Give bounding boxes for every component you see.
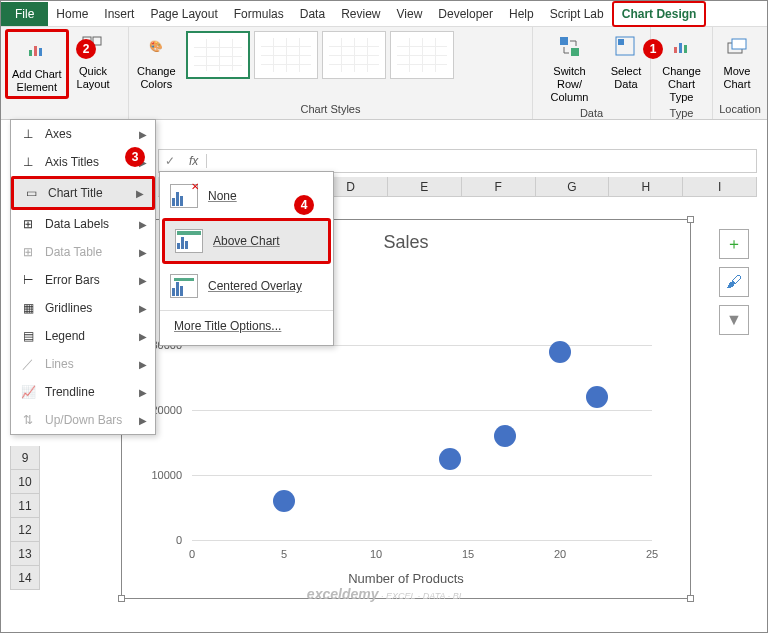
tab-home[interactable]: Home [48,3,96,25]
chart-filters-button[interactable]: ▼ [719,305,749,335]
legend-icon: ▤ [19,328,37,344]
col-h[interactable]: H [609,177,683,196]
data-point[interactable] [586,386,608,408]
svg-rect-0 [29,50,32,56]
tab-chart-design[interactable]: Chart Design [612,1,707,27]
tab-developer[interactable]: Developer [430,3,501,25]
chevron-right-icon: ▶ [139,129,147,140]
menu-axes[interactable]: ⊥Axes▶ [11,120,155,148]
x-tick-label: 10 [370,548,382,560]
row-13[interactable]: 13 [10,542,40,566]
row-9[interactable]: 9 [10,446,40,470]
tab-view[interactable]: View [389,3,431,25]
x-tick-label: 20 [554,548,566,560]
fx-icon[interactable]: fx [181,154,207,168]
data-point[interactable] [273,490,295,512]
change-chart-type-button[interactable]: Change Chart Type [655,29,708,107]
chart-style-3[interactable] [322,31,386,79]
data-table-icon: ⊞ [19,244,37,260]
submenu-more-options[interactable]: More Title Options... [160,310,333,341]
funnel-icon: ▼ [726,311,742,329]
centered-overlay-icon [170,274,198,298]
palette-icon: 🎨 [140,31,172,63]
move-chart-icon [721,31,753,63]
submenu-above-chart[interactable]: Above Chart [162,218,331,264]
callout-badge-1: 1 [643,39,663,59]
col-f[interactable]: F [462,177,536,196]
svg-rect-9 [618,39,624,45]
select-data-icon [610,31,642,63]
menu-gridlines[interactable]: ▦Gridlines▶ [11,294,155,322]
chart-elements-button[interactable]: ＋ [719,229,749,259]
change-chart-type-icon [666,31,698,63]
col-i[interactable]: I [683,177,757,196]
col-g[interactable]: G [536,177,610,196]
svg-rect-11 [679,43,682,53]
change-colors-button[interactable]: 🎨 Change Colors [133,29,180,93]
y-tick-label: 0 [176,534,182,546]
chart-style-1[interactable] [186,31,250,79]
x-tick-label: 25 [646,548,658,560]
change-chart-type-label: Change Chart Type [659,65,704,105]
svg-rect-6 [560,37,568,45]
tab-script-lab[interactable]: Script Lab [542,3,612,25]
tab-file[interactable]: File [1,2,48,26]
menu-trendline[interactable]: 📈Trendline▶ [11,378,155,406]
move-chart-button[interactable]: Move Chart [717,29,757,93]
switch-label: Switch Row/ Column [541,65,598,105]
chart-handle[interactable] [118,595,125,602]
quick-layout-button[interactable]: Quick Layout [73,29,114,93]
add-chart-element-icon [21,34,53,66]
menu-chart-title[interactable]: ▭Chart Title▶ [11,176,155,210]
data-point[interactable] [494,425,516,447]
plus-icon: ＋ [726,234,742,255]
check-icon[interactable]: ✓ [159,154,181,168]
chart-handle[interactable] [687,216,694,223]
chart-title-icon: ▭ [22,185,40,201]
chevron-right-icon: ▶ [139,415,147,426]
chart-side-buttons: ＋ 🖌 ▼ [719,229,749,335]
chevron-right-icon: ▶ [136,188,144,199]
chevron-right-icon: ▶ [139,275,147,286]
select-data-label: Select Data [611,65,642,91]
tab-help[interactable]: Help [501,3,542,25]
chart-style-4[interactable] [390,31,454,79]
menu-updown-bars: ⇅Up/Down Bars▶ [11,406,155,434]
axis-titles-icon: ⊥ [19,154,37,170]
data-point[interactable] [549,341,571,363]
row-14[interactable]: 14 [10,566,40,590]
chart-style-2[interactable] [254,31,318,79]
x-axis-title[interactable]: Number of Products [122,571,690,586]
group-type: Type [655,107,708,121]
select-data-button[interactable]: Select Data [606,29,646,93]
add-chart-element-button[interactable]: Add Chart Element [5,29,69,99]
tab-formulas[interactable]: Formulas [226,3,292,25]
chevron-right-icon: ▶ [139,359,147,370]
menu-data-labels[interactable]: ⊞Data Labels▶ [11,210,155,238]
submenu-centered-overlay[interactable]: Centered Overlay [160,266,333,306]
chart-styles-button[interactable]: 🖌 [719,267,749,297]
row-10[interactable]: 10 [10,470,40,494]
add-chart-element-label: Add Chart Element [12,68,62,94]
tab-review[interactable]: Review [333,3,388,25]
chart-handle[interactable] [687,595,694,602]
row-11[interactable]: 11 [10,494,40,518]
tab-insert[interactable]: Insert [96,3,142,25]
callout-badge-4: 4 [294,195,314,215]
callout-badge-2: 2 [76,39,96,59]
switch-row-column-button[interactable]: Switch Row/ Column [537,29,602,107]
row-headers: 9 10 11 12 13 14 [10,446,40,590]
svg-rect-7 [571,48,579,56]
tab-page-layout[interactable]: Page Layout [142,3,225,25]
formula-bar[interactable]: ✓ fx [158,149,757,173]
tab-data[interactable]: Data [292,3,333,25]
above-chart-icon [175,229,203,253]
data-point[interactable] [439,448,461,470]
switch-icon [554,31,586,63]
menu-error-bars[interactable]: ⊢Error Bars▶ [11,266,155,294]
menu-legend[interactable]: ▤Legend▶ [11,322,155,350]
chart-styles-gallery[interactable] [184,29,456,81]
col-e[interactable]: E [388,177,462,196]
row-12[interactable]: 12 [10,518,40,542]
quick-layout-label: Quick Layout [77,65,110,91]
